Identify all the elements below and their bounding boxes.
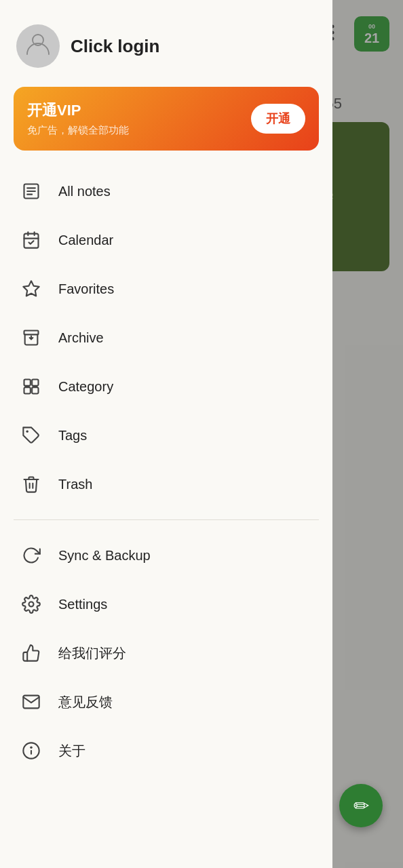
sidebar-item-label: Trash	[58, 477, 92, 492]
sidebar-item-tags[interactable]: Tags	[0, 411, 332, 460]
vip-subtitle: 免广告，解锁全部功能	[27, 124, 129, 137]
thumbup-icon	[19, 641, 43, 665]
svg-rect-10	[24, 234, 39, 248]
sidebar-item-label: Sync & Backup	[58, 548, 151, 564]
sidebar-item-label: All notes	[58, 184, 111, 199]
svg-rect-15	[24, 331, 39, 335]
vip-title: 开通VIP	[27, 100, 129, 121]
archive-icon	[19, 326, 43, 350]
sidebar-item-category[interactable]: Category	[0, 362, 332, 411]
mail-icon	[19, 690, 43, 714]
settings-icon	[19, 592, 43, 616]
section-divider	[14, 519, 319, 520]
sidebar-item-label: 给我们评分	[58, 644, 126, 663]
sidebar-item-settings[interactable]: Settings	[0, 580, 332, 629]
sidebar-item-label: Calendar	[58, 233, 113, 248]
category-icon	[19, 374, 43, 399]
svg-point-21	[26, 430, 28, 433]
trash-icon	[19, 472, 43, 496]
user-profile-header[interactable]: Click login	[0, 0, 332, 81]
create-note-fab[interactable]: ✏	[339, 784, 383, 827]
sync-icon	[19, 543, 43, 568]
sidebar-item-label: Settings	[58, 597, 107, 612]
sidebar-item-label: Archive	[58, 330, 104, 346]
sidebar-item-favorites[interactable]: Favorites	[0, 264, 332, 313]
sidebar-item-label: Tags	[58, 428, 87, 443]
svg-rect-18	[32, 380, 38, 386]
svg-marker-14	[23, 281, 39, 296]
svg-rect-17	[24, 380, 31, 386]
notes-icon	[19, 179, 43, 203]
svg-point-22	[29, 602, 34, 607]
sidebar-item-archive[interactable]: Archive	[0, 313, 332, 362]
sidebar-item-label: 意见反馈	[58, 693, 113, 711]
star-icon	[19, 277, 43, 301]
vip-text-block: 开通VIP 免广告，解锁全部功能	[27, 100, 129, 137]
vip-banner[interactable]: 开通VIP 免广告，解锁全部功能 开通	[14, 87, 319, 151]
avatar	[16, 24, 60, 68]
sidebar-item-all-notes[interactable]: All notes	[0, 167, 332, 216]
avatar-icon	[24, 30, 52, 63]
bottom-menu-section: Sync & Backup Settings 给我们评分 意见反馈	[0, 526, 332, 781]
sidebar-item-sync[interactable]: Sync & Backup	[0, 531, 332, 580]
vip-open-button[interactable]: 开通	[251, 104, 305, 134]
tag-icon	[19, 423, 43, 448]
sidebar-item-about[interactable]: 关于	[0, 726, 332, 775]
info-icon	[19, 738, 43, 763]
sidebar-item-label: 关于	[58, 742, 85, 760]
sidebar-item-trash[interactable]: Trash	[0, 460, 332, 509]
sidebar-item-feedback[interactable]: 意见反馈	[0, 677, 332, 726]
fab-icon: ✏	[353, 795, 369, 817]
sidebar-item-calendar[interactable]: Calendar	[0, 216, 332, 264]
user-name: Click login	[71, 36, 159, 57]
svg-rect-20	[32, 387, 38, 393]
calendar-icon	[19, 228, 43, 252]
sidebar-item-label: Favorites	[58, 281, 114, 297]
navigation-drawer: Click login 开通VIP 免广告，解锁全部功能 开通 All note…	[0, 0, 332, 868]
svg-rect-19	[24, 387, 31, 393]
sidebar-item-label: Category	[58, 379, 113, 395]
main-menu-section: All notes Calendar Favorites Archive	[0, 161, 332, 514]
sidebar-item-rate[interactable]: 给我们评分	[0, 629, 332, 677]
